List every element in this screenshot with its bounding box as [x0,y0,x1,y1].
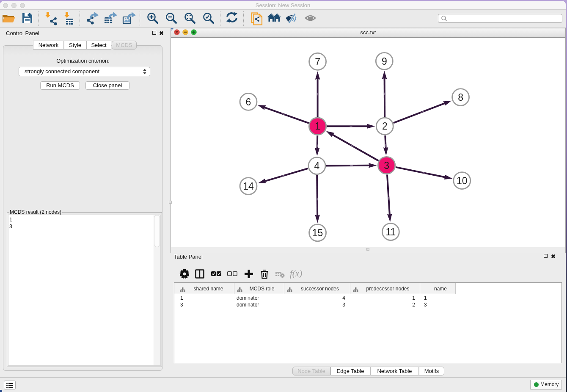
svg-text:11: 11 [385,226,396,237]
svg-text:8: 8 [458,92,463,103]
svg-text:2: 2 [382,121,388,132]
svg-text:14: 14 [243,181,254,192]
svg-text:6: 6 [246,97,251,108]
svg-text:15: 15 [312,227,323,238]
svg-text:10: 10 [457,175,468,186]
svg-text:1: 1 [315,121,320,132]
svg-text:7: 7 [315,56,320,67]
svg-text:4: 4 [314,160,320,171]
svg-text:3: 3 [384,160,389,171]
svg-text:9: 9 [382,56,387,67]
